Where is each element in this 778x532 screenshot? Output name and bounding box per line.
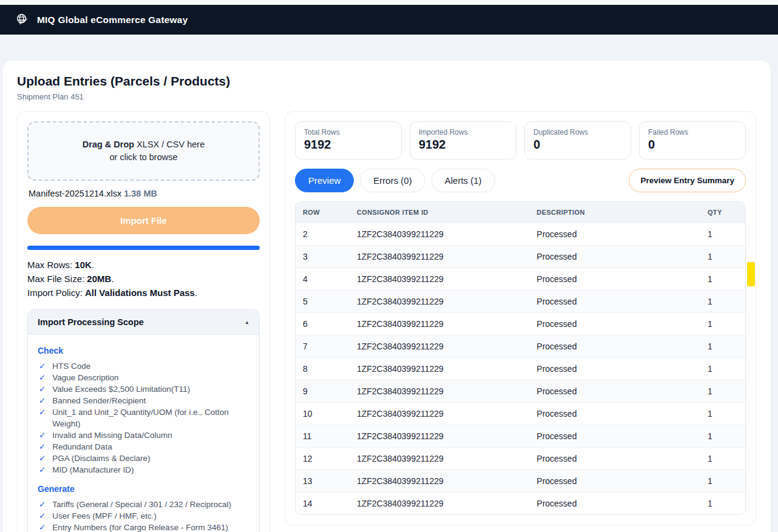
- table-cell: 1ZF2C3840399211229: [350, 223, 529, 246]
- scope-item: ✓Value Exceeds $2,500 Limitation(T11): [39, 383, 249, 395]
- import-scope-header[interactable]: Import Processing Scope ▲: [28, 310, 259, 335]
- check-icon: ✓: [39, 510, 46, 522]
- table-cell: 3: [296, 246, 350, 268]
- table-row: 31ZF2C3840399211229Processed1: [296, 246, 745, 268]
- rule-suffix: .: [195, 288, 197, 298]
- table-row: 51ZF2C3840399211229Processed1: [296, 291, 745, 313]
- table-row: 91ZF2C3840399211229Processed1: [296, 380, 745, 403]
- table-cell: 10: [296, 403, 350, 425]
- table-cell: 1ZF2C3840399211229: [350, 246, 529, 268]
- table-row: 21ZF2C3840399211229Processed1: [296, 223, 745, 246]
- column-header: ROW: [296, 202, 350, 223]
- page-subtitle: Shipment Plan 451: [17, 92, 756, 101]
- table-cell: Processed: [529, 448, 700, 470]
- scope-item: ✓Redundant Data: [39, 441, 249, 453]
- table-cell: 1ZF2C3840399211229: [350, 448, 529, 470]
- stat-value: 0: [648, 138, 737, 152]
- table-row: 71ZF2C3840399211229Processed1: [296, 335, 745, 358]
- table-cell: 1: [700, 313, 745, 335]
- tab-alerts-1[interactable]: Alerts (1): [431, 169, 495, 192]
- scope-item-label: Entry Numbers (for Cargo Release - Form …: [52, 522, 228, 532]
- table-row: 111ZF2C3840399211229Processed1: [296, 425, 745, 448]
- rule-label: Import Policy:: [27, 288, 85, 298]
- table-cell: 1ZF2C3840399211229: [350, 380, 529, 403]
- rule-label: Max Rows:: [27, 260, 75, 270]
- table-cell: 1: [700, 335, 745, 358]
- file-dropzone[interactable]: Drag & Drop XLSX / CSV here or click to …: [27, 121, 260, 181]
- collapse-caret-icon: ▲: [245, 320, 249, 325]
- file-name: Manifest-20251214.xlsx: [29, 189, 121, 198]
- scope-item-label: Banned Sender/Recipient: [52, 395, 146, 406]
- rule-value: 20MB: [87, 274, 111, 284]
- rule-suffix: .: [111, 274, 113, 284]
- table-cell: 11: [296, 425, 350, 448]
- table-cell: Processed: [529, 358, 700, 380]
- rule-line: Import Policy: All Validations Must Pass…: [27, 286, 260, 300]
- table-cell: Processed: [529, 335, 700, 358]
- tabs-row: PreviewErrors (0)Alerts (1) Preview Entr…: [295, 169, 746, 192]
- stat-card: Imported Rows9192: [410, 121, 516, 160]
- table-row: 131ZF2C3840399211229Processed1: [296, 470, 745, 493]
- table-cell: 1: [700, 425, 745, 448]
- table-cell: 1ZF2C3840399211229: [350, 313, 529, 335]
- import-file-button[interactable]: Import File: [27, 207, 260, 234]
- tab-preview[interactable]: Preview: [295, 169, 354, 192]
- tab-errors-0[interactable]: Errors (0): [360, 169, 425, 192]
- table-cell: 8: [296, 358, 350, 380]
- scope-item: ✓Vague Description: [39, 372, 249, 383]
- table-cell: 1ZF2C3840399211229: [350, 403, 529, 425]
- table-cell: 1ZF2C3840399211229: [350, 493, 529, 515]
- stat-card: Duplicated Rows0: [524, 121, 631, 160]
- table-cell: 14: [296, 493, 350, 515]
- table-cell: Processed: [529, 223, 700, 246]
- table-cell: 1: [700, 380, 745, 403]
- table-row: 41ZF2C3840399211229Processed1: [296, 268, 745, 291]
- table-cell: 1ZF2C3840399211229: [350, 358, 529, 380]
- file-size: 1.38 MB: [124, 189, 157, 198]
- table-cell: 1ZF2C3840399211229: [350, 425, 529, 448]
- table-row: 141ZF2C3840399211229Processed1: [296, 493, 745, 515]
- table-cell: 1: [700, 493, 745, 515]
- table-cell: 7: [296, 335, 350, 358]
- scope-item-label: MID (Manufacturer ID): [52, 464, 134, 476]
- table-cell: 1ZF2C3840399211229: [350, 335, 529, 358]
- scope-item-label: Vague Description: [52, 372, 118, 383]
- upload-rules: Max Rows: 10K.Max File Size: 20MB.Import…: [27, 258, 260, 300]
- table-cell: Processed: [529, 268, 700, 291]
- check-icon: ✓: [39, 499, 46, 510]
- column-header: CONSIGNOR ITEM ID: [350, 202, 529, 223]
- stat-label: Duplicated Rows: [533, 128, 622, 136]
- app-title: MIQ Global eCommerce Gateway: [37, 15, 188, 25]
- main-card: Upload Entries (Parcels / Products) Ship…: [2, 61, 771, 532]
- table-cell: 2: [296, 223, 350, 246]
- check-icon: ✓: [39, 453, 46, 464]
- scope-item-label: User Fees (MPF / HMF, etc.): [52, 510, 157, 522]
- table-row: 121ZF2C3840399211229Processed1: [296, 448, 745, 470]
- scrollbar-thumb[interactable]: [747, 262, 755, 286]
- preview-panel: Total Rows9192Imported Rows9192Duplicate…: [285, 111, 756, 525]
- scope-item-label: Value Exceeds $2,500 Limitation(T11): [52, 383, 190, 395]
- stat-card: Failed Rows0: [639, 121, 746, 160]
- table-cell: 1: [700, 358, 745, 380]
- table-cell: Processed: [529, 403, 700, 425]
- table-cell: 5: [296, 291, 350, 313]
- scope-item: ✓Banned Sender/Recipient: [39, 395, 249, 406]
- scope-item: ✓User Fees (MPF / HMF, etc.): [39, 510, 249, 522]
- upload-progress-track: [27, 246, 260, 250]
- check-icon: ✓: [39, 395, 46, 406]
- stat-label: Total Rows: [304, 128, 393, 136]
- stat-value: 9192: [419, 138, 507, 152]
- stat-value: 9192: [304, 138, 393, 152]
- table-cell: 4: [296, 268, 350, 291]
- scope-item: ✓Tariffs (General / Special / 301 / 232 …: [39, 499, 249, 510]
- preview-entry-summary-button[interactable]: Preview Entry Summary: [629, 169, 746, 192]
- check-icon: ✓: [39, 522, 46, 532]
- stat-label: Failed Rows: [648, 128, 737, 136]
- table-cell: Processed: [529, 493, 700, 515]
- upload-progress-bar: [27, 246, 260, 250]
- selected-file: Manifest-20251214.xlsx 1.38 MB: [29, 189, 259, 198]
- scope-item: ✓Entry Numbers (for Cargo Release - Form…: [39, 522, 249, 532]
- scope-item: ✓Unit_1 and Unit_2 Quantity/UOM (for i.e…: [39, 406, 249, 429]
- upload-panel: Drag & Drop XLSX / CSV here or click to …: [17, 111, 270, 532]
- table-row: 101ZF2C3840399211229Processed1: [296, 403, 745, 425]
